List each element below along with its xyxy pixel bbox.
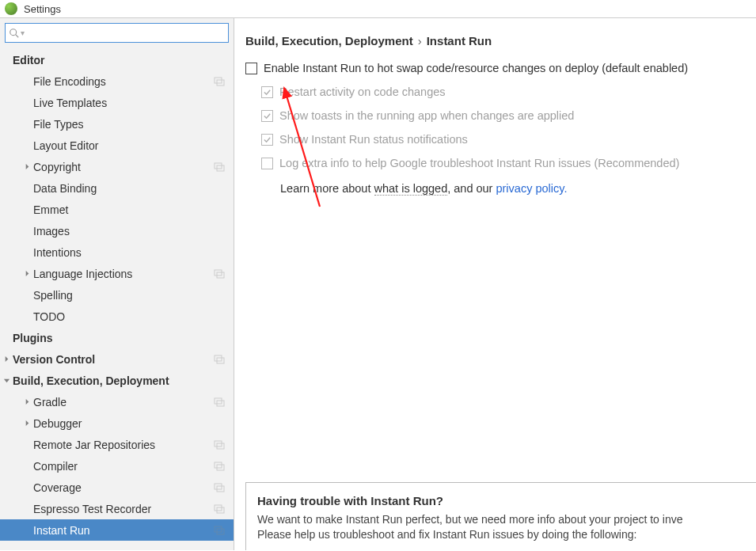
help-panel: Having trouble with Instant Run? We want… [245, 482, 756, 550]
sidebar-item-label: Plugins [13, 332, 213, 344]
search-input[interactable] [25, 27, 225, 39]
sidebar-item-label: Instant Run [33, 524, 213, 537]
tree-twisty-icon [0, 377, 13, 384]
sidebar-item-label: Emmet [33, 203, 213, 216]
project-scope-icon [213, 183, 226, 194]
sidebar-item-label: File Encodings [33, 75, 213, 88]
sidebar-item-label: Version Control [13, 353, 213, 366]
sidebar-item-data-binding[interactable]: Data Binding [0, 177, 234, 199]
sidebar-item-live-templates[interactable]: Live Templates [0, 92, 234, 113]
sidebar-item-label: Spelling [33, 289, 213, 302]
sidebar-item-label: Live Templates [33, 97, 213, 109]
project-scope-icon [213, 290, 226, 301]
sidebar-item-layout-editor[interactable]: Layout Editor [0, 135, 234, 156]
tree-twisty-icon [21, 163, 33, 170]
titlebar: Settings [0, 0, 756, 17]
option-enable-instant-run[interactable]: Enable Instant Run to hot swap code/reso… [245, 62, 756, 74]
sidebar-item-label: Espresso Test Recorder [33, 503, 213, 515]
settings-tree: EditorFile EncodingsLive TemplatesFile T… [0, 44, 234, 550]
sidebar-item-debugger[interactable]: Debugger [0, 412, 234, 434]
help-title: Having trouble with Instant Run? [257, 494, 747, 507]
project-scope-icon [213, 418, 226, 429]
project-scope-icon [213, 97, 226, 108]
option-label: Show Instant Run status notifications [279, 133, 468, 146]
tree-twisty-icon [0, 355, 13, 363]
project-scope-icon [213, 76, 226, 87]
tree-twisty-icon [21, 420, 33, 427]
project-scope-icon [213, 397, 226, 408]
what-is-logged-link[interactable]: what is logged [374, 182, 448, 196]
option-sub-3: Log extra info to help Google troublesho… [245, 157, 756, 169]
sidebar: ▾ EditorFile EncodingsLive TemplatesFile… [0, 18, 234, 550]
project-scope-icon [213, 482, 226, 493]
tree-twisty-icon [21, 270, 33, 277]
sidebar-item-file-encodings[interactable]: File Encodings [0, 70, 234, 92]
sidebar-item-espresso-test-recorder[interactable]: Espresso Test Recorder [0, 498, 234, 519]
project-scope-icon [213, 375, 226, 386]
sidebar-item-emmet[interactable]: Emmet [0, 199, 234, 220]
project-scope-icon [213, 204, 226, 215]
sidebar-item-instant-run[interactable]: Instant Run [0, 519, 234, 541]
search-icon [9, 28, 20, 39]
checkbox-icon [261, 110, 273, 122]
sidebar-item-label: Data Binding [33, 182, 213, 195]
sidebar-item-label: Gradle [33, 396, 213, 408]
option-sub-0: Restart activity on code changes [245, 86, 756, 98]
sidebar-item-todo[interactable]: TODO [0, 306, 234, 327]
project-scope-icon [213, 439, 226, 450]
sidebar-item-label: Debugger [33, 417, 213, 430]
project-scope-icon [213, 525, 226, 536]
project-scope-icon [213, 504, 226, 515]
project-scope-icon [213, 332, 226, 344]
sidebar-item-build-execution-deployment[interactable]: Build, Execution, Deployment [0, 370, 234, 391]
sidebar-item-spelling[interactable]: Spelling [0, 284, 234, 306]
option-label: Restart activity on code changes [279, 86, 446, 98]
project-scope-icon [213, 226, 226, 237]
project-scope-icon [213, 247, 226, 258]
checkbox-icon[interactable] [245, 63, 257, 74]
checkbox-icon [261, 158, 273, 169]
tree-twisty-icon [21, 398, 33, 405]
sidebar-item-label: Language Injections [33, 268, 213, 280]
search-box[interactable]: ▾ [5, 23, 229, 43]
sidebar-item-plugins[interactable]: Plugins [0, 327, 234, 348]
content-pane: Build, Execution, Deployment›Instant Run… [234, 18, 756, 550]
sidebar-item-label: Editor [13, 54, 213, 66]
sidebar-item-label: Copyright [33, 161, 213, 173]
option-label: Show toasts in the running app when chan… [279, 109, 574, 122]
privacy-policy-link[interactable]: privacy policy. [496, 182, 567, 195]
project-scope-icon [213, 268, 226, 279]
app-icon [5, 2, 17, 15]
sidebar-item-editor[interactable]: Editor [0, 49, 234, 70]
project-scope-icon [213, 119, 226, 130]
svg-point-0 [10, 28, 17, 35]
sidebar-item-compiler[interactable]: Compiler [0, 455, 234, 477]
dropdown-chevron-icon: ▾ [20, 28, 25, 37]
sidebar-item-version-control[interactable]: Version Control [0, 348, 234, 370]
svg-line-1 [16, 34, 19, 37]
project-scope-icon [213, 162, 226, 173]
project-scope-icon [213, 140, 226, 151]
project-scope-icon [213, 461, 226, 472]
sidebar-item-label: Images [33, 225, 213, 238]
sidebar-item-images[interactable]: Images [0, 220, 234, 241]
checkbox-icon [261, 86, 273, 98]
sidebar-item-label: Compiler [33, 460, 213, 473]
sidebar-item-gradle[interactable]: Gradle [0, 391, 234, 412]
window-title: Settings [24, 3, 61, 15]
project-scope-icon [213, 311, 226, 322]
sidebar-item-file-types[interactable]: File Types [0, 113, 234, 135]
sidebar-item-label: Remote Jar Repositories [33, 439, 213, 451]
sidebar-item-intentions[interactable]: Intentions [0, 241, 234, 263]
sidebar-item-label: Build, Execution, Deployment [13, 374, 213, 387]
sidebar-item-language-injections[interactable]: Language Injections [0, 263, 234, 284]
option-label: Log extra info to help Google troublesho… [279, 157, 679, 169]
sidebar-item-label: Intentions [33, 246, 213, 259]
sidebar-item-coverage[interactable]: Coverage [0, 477, 234, 498]
project-scope-icon [213, 55, 226, 66]
sidebar-item-remote-jar-repositories[interactable]: Remote Jar Repositories [0, 434, 234, 455]
help-text: We want to make Instant Run perfect, but… [257, 512, 747, 542]
sidebar-item-copyright[interactable]: Copyright [0, 156, 234, 177]
sidebar-item-label: File Types [33, 118, 213, 131]
project-scope-icon [213, 354, 226, 365]
